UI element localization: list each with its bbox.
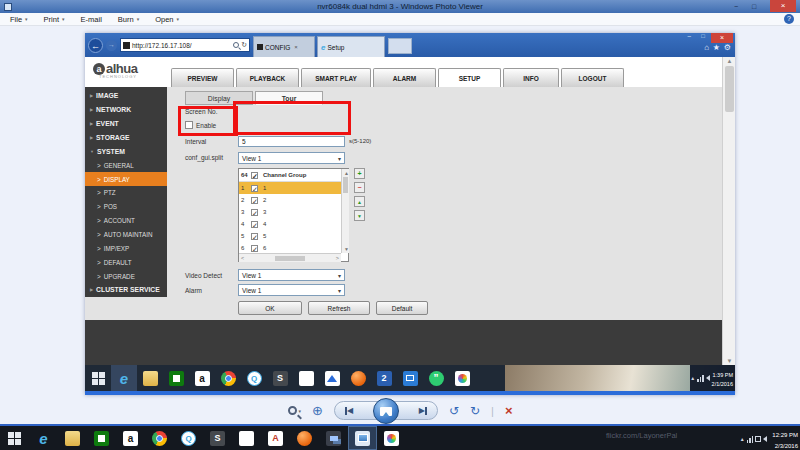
nav-setup[interactable]: SETUP <box>438 68 501 87</box>
taskbar-amazon[interactable]: a <box>189 365 215 391</box>
nav-playback[interactable]: PLAYBACK <box>236 68 299 87</box>
settings-gear-icon[interactable]: ⚙ <box>724 43 731 52</box>
sidebar-item-network[interactable]: ▶NETWORK <box>85 103 167 117</box>
move-down-button[interactable]: ▼ <box>354 210 365 221</box>
taskbar-window-app[interactable] <box>397 365 423 391</box>
sidebar-item-system[interactable]: ▼SYSTEM <box>85 144 167 158</box>
search-icon[interactable] <box>233 42 239 48</box>
viewer-close-icon[interactable]: × <box>770 0 796 12</box>
row-checkbox[interactable]: ✓ <box>251 221 258 228</box>
page-scrollbar[interactable]: ▲ ▼ <box>722 57 735 365</box>
address-bar[interactable]: http://172.16.17.108/ ↻ <box>120 38 250 52</box>
menu-file[interactable]: File▾ <box>10 15 28 24</box>
scroll-up-icon[interactable]: ▲ <box>344 170 349 176</box>
sidebar-item-pos[interactable]: >POS <box>85 200 167 214</box>
move-up-button[interactable]: ▲ <box>354 196 365 207</box>
sidebar-item-display[interactable]: >DISPLAY <box>85 172 167 186</box>
taskbar-a-app[interactable]: A <box>261 426 290 450</box>
table-row[interactable]: 3✓3 <box>239 206 341 218</box>
taskbar-paint[interactable] <box>449 365 475 391</box>
taskbar-screens-app[interactable] <box>319 426 348 450</box>
scroll-thumb[interactable] <box>343 177 348 193</box>
nav-preview[interactable]: PREVIEW <box>171 68 234 87</box>
network-icon[interactable] <box>747 436 754 443</box>
sidebar-item-cluster-service[interactable]: ▶CLUSTER SERVICE <box>85 283 167 297</box>
row-checkbox[interactable]: ✓ <box>251 245 258 252</box>
taskbar-chrome[interactable] <box>215 365 241 391</box>
add-button[interactable]: + <box>354 168 365 179</box>
taskbar-chat[interactable]: Q <box>174 426 203 450</box>
split-select[interactable]: View 1 ▾ <box>238 152 345 164</box>
taskbar-firefox[interactable] <box>290 426 319 450</box>
network-icon[interactable] <box>697 375 704 382</box>
row-checkbox[interactable]: ✓ <box>251 197 258 204</box>
speaker-icon[interactable] <box>706 375 710 381</box>
scroll-down-icon[interactable]: ▼ <box>344 246 349 252</box>
taskbar-store[interactable] <box>163 365 189 391</box>
video-detect-select[interactable]: View 1 ▾ <box>238 269 345 281</box>
tab-config[interactable]: CONFIG × <box>253 36 315 57</box>
taskbar-photo-viewer[interactable] <box>348 426 377 450</box>
taskbar-chat[interactable]: Q <box>241 365 267 391</box>
alarm-select[interactable]: View 1 ▾ <box>238 284 345 296</box>
taskbar-ie[interactable]: e <box>29 426 58 450</box>
taskbar-firefox[interactable] <box>345 365 371 391</box>
previous-button[interactable]: ◀ <box>345 406 353 415</box>
hidden-icons-icon[interactable]: ▲ <box>740 436 745 442</box>
next-button[interactable]: ▶ <box>419 406 427 415</box>
row-checkbox[interactable]: ✓ <box>251 233 258 240</box>
menu-burn[interactable]: Burn▾ <box>118 15 139 24</box>
sidebar-item-image[interactable]: ▶IMAGE <box>85 89 167 103</box>
sidebar-item-account[interactable]: >ACCOUNT <box>85 214 167 228</box>
speaker-icon[interactable] <box>763 436 767 442</box>
start-button[interactable] <box>85 365 111 391</box>
taskbar-ie[interactable]: e <box>111 365 137 391</box>
menu-open[interactable]: Open▾ <box>155 15 179 24</box>
new-tab-button[interactable] <box>388 38 412 54</box>
tab-close-icon[interactable]: × <box>294 44 298 50</box>
slideshow-button[interactable] <box>373 398 399 424</box>
taskbar-quote-app[interactable]: ” <box>423 365 449 391</box>
header-checkbox[interactable]: ✓ <box>251 172 258 179</box>
taskbar-amazon[interactable]: a <box>116 426 145 450</box>
scroll-down-icon[interactable]: ▼ <box>723 358 736 364</box>
table-row[interactable]: 4✓4 <box>239 218 341 230</box>
sidebar-item-auto-maintain[interactable]: >AUTO MAINTAIN <box>85 228 167 242</box>
scroll-thumb[interactable] <box>275 256 305 261</box>
inner-clock[interactable]: 1:39 PM 2/1/2016 <box>712 369 733 387</box>
taskbar-s-app[interactable]: S <box>203 426 232 450</box>
scroll-right-icon[interactable]: > <box>336 255 339 261</box>
favorites-star-icon[interactable]: ★ <box>713 43 720 52</box>
nav-smart-play[interactable]: SMART PLAY <box>301 68 371 87</box>
sidebar-item-general[interactable]: >GENERAL <box>85 158 167 172</box>
menu-print[interactable]: Print▾ <box>44 15 65 24</box>
refresh-icon[interactable]: ↻ <box>241 41 247 49</box>
taskbar-store[interactable] <box>87 426 116 450</box>
remove-button[interactable]: − <box>354 182 365 193</box>
tab-setup[interactable]: e Setup <box>317 36 385 57</box>
taskbar-photos[interactable] <box>319 365 345 391</box>
nav-info[interactable]: INFO <box>503 68 559 87</box>
help-icon[interactable]: ? <box>784 14 794 24</box>
outer-clock[interactable]: 12:29 PM 2/3/2016 <box>772 428 798 450</box>
taskbar-explorer[interactable] <box>58 426 87 450</box>
sidebar-item-storage[interactable]: ▶STORAGE <box>85 131 167 145</box>
table-hscrollbar[interactable]: < > <box>239 253 341 262</box>
refresh-button[interactable]: Refresh <box>308 301 370 315</box>
row-checkbox[interactable]: ✓ <box>251 209 258 216</box>
viewer-minimize-icon[interactable]: − <box>728 1 744 12</box>
rotate-right-button[interactable]: ↻ <box>470 405 480 417</box>
actual-size-button[interactable]: ⊕ <box>312 404 323 417</box>
scroll-up-icon[interactable]: ▲ <box>723 58 736 64</box>
row-checkbox[interactable]: ✓ <box>251 185 258 192</box>
home-icon[interactable]: ⌂ <box>704 43 709 52</box>
browser-forward-icon[interactable]: → <box>106 40 117 51</box>
default-button[interactable]: Default <box>376 301 428 315</box>
table-row[interactable]: 1✓1 <box>239 182 341 194</box>
nav-logout[interactable]: LOGOUT <box>561 68 624 87</box>
hidden-icons-icon[interactable]: ▲ <box>690 375 695 381</box>
menu-email[interactable]: E-mail <box>81 15 102 24</box>
taskbar-chrome[interactable] <box>145 426 174 450</box>
ie-minimize-icon[interactable]: − <box>683 33 695 42</box>
scroll-left-icon[interactable]: < <box>241 255 244 261</box>
